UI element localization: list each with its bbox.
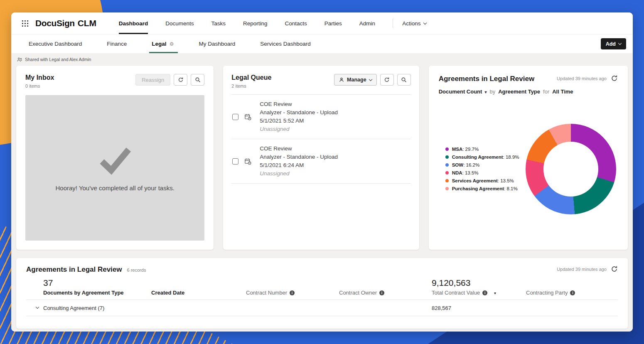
- legend-item: NDA: 13.5%: [445, 170, 519, 175]
- table-summary-row: 37 9,120,563: [26, 278, 618, 288]
- by-label: by: [489, 88, 495, 95]
- nav-reporting[interactable]: Reporting: [243, 12, 268, 34]
- col-created-date[interactable]: Created Date: [151, 290, 246, 296]
- nav-contacts[interactable]: Contacts: [285, 12, 307, 34]
- nav-tasks[interactable]: Tasks: [211, 12, 226, 34]
- col-contract-number[interactable]: Contract Number: [246, 290, 339, 296]
- legal-queue-header: Legal Queue 2 items Manage: [231, 74, 410, 88]
- legend-swatch: [445, 187, 449, 190]
- legend-label: Consulting Agreement: 18.9%: [452, 155, 519, 160]
- table-updated-text: Updated 39 minutes ago: [557, 267, 607, 272]
- legend-swatch: [445, 171, 449, 174]
- actions-label: Actions: [402, 20, 420, 27]
- legal-review-table-card: Agreements in Legal Review 6 records Upd…: [16, 258, 628, 329]
- nav-admin[interactable]: Admin: [359, 12, 375, 34]
- col-contract-owner[interactable]: Contract Owner: [339, 290, 432, 296]
- for-label: for: [543, 88, 549, 95]
- legal-review-table: 37 9,120,563 Documents by Agreement Type…: [26, 278, 618, 316]
- table-row[interactable]: Consulting Agreement (7) 828,567: [26, 300, 618, 316]
- queue-refresh-button[interactable]: [380, 74, 394, 86]
- legend-item: SOW: 16.2%: [445, 162, 519, 167]
- manage-label: Manage: [347, 77, 366, 83]
- legend-swatch: [445, 155, 449, 159]
- info-icon[interactable]: [379, 290, 384, 295]
- records-count: 6 records: [127, 268, 146, 273]
- app-window: DocuSign CLM Dashboard Documents Tasks R…: [11, 12, 633, 332]
- table-refresh-button[interactable]: [611, 265, 618, 273]
- dashboard-tabs-bar: Executive Dashboard Finance Legal My Das…: [11, 34, 633, 53]
- table-card-header: Agreements in Legal Review 6 records Upd…: [26, 265, 618, 274]
- tab-executive-dashboard[interactable]: Executive Dashboard: [16, 34, 94, 53]
- search-icon: [401, 77, 407, 83]
- chevron-down-icon: [618, 42, 622, 45]
- chart-filters: Document Count by Agreement Type for All…: [439, 88, 618, 95]
- queue-item-text: COE Review Analyzer - Standalone - Uploa…: [260, 145, 338, 178]
- chevron-down-icon: [369, 77, 372, 81]
- legend-item: MSA: 29.7%: [445, 147, 519, 152]
- chart-updated-text: Updated 39 minutes ago: [557, 76, 607, 81]
- chart-card-header: Agreements in Legal Review Updated 39 mi…: [439, 75, 618, 83]
- my-inbox-count: 0 items: [25, 84, 54, 88]
- shared-people-icon: [17, 57, 22, 62]
- legal-queue-list: COE Review Analyzer - Standalone - Uploa…: [231, 94, 410, 184]
- person-icon: [339, 77, 344, 82]
- my-inbox-title: My Inbox: [25, 74, 54, 81]
- my-inbox-header: My Inbox 0 items Reassign: [25, 74, 204, 88]
- info-icon[interactable]: [570, 290, 575, 295]
- tab-my-dashboard[interactable]: My Dashboard: [186, 34, 248, 53]
- gear-icon[interactable]: [167, 41, 174, 47]
- legend-swatch: [445, 147, 449, 151]
- queue-item[interactable]: COE Review Analyzer - Standalone - Uploa…: [231, 139, 410, 183]
- legal-queue-title: Legal Queue: [231, 74, 271, 81]
- docusign-clm-logo: DocuSign CLM: [35, 18, 96, 28]
- add-button-label: Add: [606, 41, 616, 47]
- chart-legend: MSA: 29.7%Consulting Agreement: 18.9%SOW…: [445, 144, 519, 194]
- tab-legal-label: Legal: [152, 41, 166, 47]
- task-assignee: Unassigned: [260, 170, 338, 178]
- table-card-title: Agreements in Legal Review: [26, 265, 122, 274]
- info-icon[interactable]: [482, 290, 487, 295]
- chart-refresh-button[interactable]: [611, 75, 618, 82]
- app-launcher-button[interactable]: [20, 18, 30, 29]
- reassign-button[interactable]: Reassign: [135, 74, 170, 86]
- queue-item[interactable]: COE Review Analyzer - Standalone - Uploa…: [231, 94, 410, 139]
- item-checkbox[interactable]: [232, 158, 238, 165]
- task-workflow: Analyzer - Standalone - Upload: [260, 153, 338, 161]
- add-button[interactable]: Add: [601, 38, 626, 49]
- inbox-refresh-button[interactable]: [174, 74, 187, 86]
- legend-label: Services Agreement: 13.5%: [452, 178, 514, 183]
- expand-row-chevron[interactable]: [36, 305, 39, 309]
- info-icon[interactable]: [290, 290, 295, 295]
- item-checkbox[interactable]: [232, 114, 238, 120]
- legend-item: Services Agreement: 13.5%: [445, 178, 519, 183]
- calendar-clock-icon: [244, 158, 251, 165]
- nav-parties[interactable]: Parties: [324, 12, 342, 34]
- manage-button[interactable]: Manage: [334, 74, 377, 86]
- nav-dashboard[interactable]: Dashboard: [119, 12, 148, 34]
- search-icon: [195, 77, 201, 83]
- tab-services-dashboard[interactable]: Services Dashboard: [248, 34, 323, 53]
- tab-finance[interactable]: Finance: [94, 34, 139, 53]
- col-total-contract-value[interactable]: Total Contract Value: [432, 290, 526, 296]
- primary-nav: Dashboard Documents Tasks Reporting Cont…: [119, 12, 375, 34]
- legal-queue-card: Legal Queue 2 items Manage: [223, 66, 419, 250]
- waffle-grid-icon: [22, 20, 29, 27]
- legend-label: NDA: 13.5%: [452, 170, 479, 175]
- legend-label: SOW: 16.2%: [452, 162, 479, 167]
- task-workflow: Analyzer - Standalone - Upload: [260, 108, 338, 117]
- col-contracting-party[interactable]: Contracting Party: [526, 290, 618, 296]
- actions-menu-button[interactable]: Actions: [402, 20, 426, 27]
- queue-search-button[interactable]: [397, 74, 411, 86]
- logo-product: CLM: [78, 18, 96, 28]
- task-date: 5/1/2021 6:24 AM: [260, 161, 338, 170]
- tab-legal[interactable]: Legal: [139, 34, 186, 53]
- nav-documents[interactable]: Documents: [165, 12, 194, 34]
- task-title: COE Review: [260, 145, 338, 153]
- legal-queue-count: 2 items: [231, 84, 271, 88]
- metric-dropdown[interactable]: Document Count: [439, 88, 487, 95]
- sort-caret-icon[interactable]: [494, 290, 496, 296]
- legend-swatch: [445, 163, 449, 167]
- inbox-search-button[interactable]: [191, 74, 204, 86]
- col-documents-by-agreement-type[interactable]: Documents by Agreement Type: [43, 290, 151, 296]
- my-inbox-card: My Inbox 0 items Reassign: [16, 66, 214, 250]
